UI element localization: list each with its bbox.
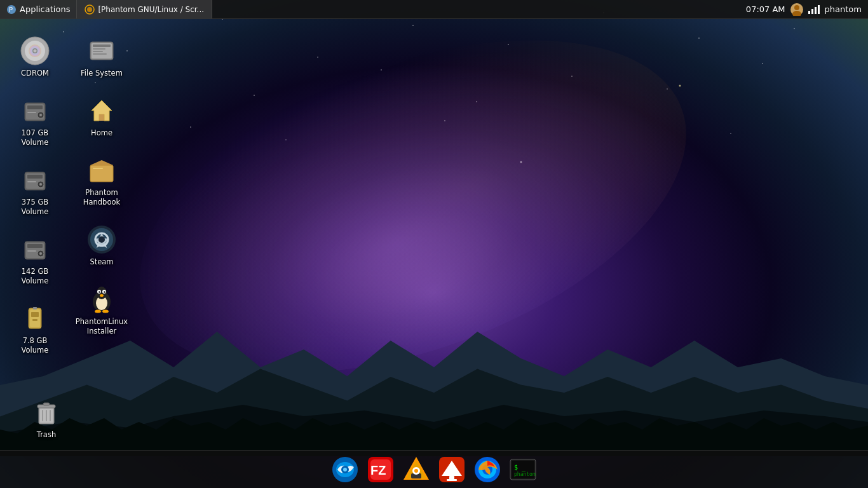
dock-firefox[interactable]	[472, 454, 503, 485]
dock-thunderbird[interactable]	[330, 454, 360, 485]
svg-point-4	[88, 8, 91, 11]
cdrom-icon-img	[20, 36, 50, 66]
user-avatar[interactable]	[790, 3, 803, 16]
thunderbird-icon	[331, 456, 359, 484]
svg-point-49	[98, 236, 105, 243]
107gb-icon-img	[20, 95, 50, 126]
375gb-icon-img	[20, 165, 50, 195]
svg-text:P: P	[9, 6, 13, 13]
svg-rect-66	[50, 410, 51, 421]
svg-point-16	[39, 114, 42, 116]
svg-marker-44	[90, 160, 113, 165]
phantomlinux-installer-icon-img	[86, 284, 117, 315]
142gb-icon[interactable]: 142 GBVolume	[6, 230, 64, 290]
svg-point-59	[102, 309, 109, 313]
svg-rect-45	[93, 168, 103, 169]
signal-bar-1	[808, 11, 810, 14]
svg-rect-42	[99, 114, 104, 121]
vlc-icon	[402, 456, 430, 484]
home-icon-img	[86, 95, 117, 126]
terminal-icon: $ _ phantom	[509, 456, 537, 484]
375gb-label: 375 GBVolume	[22, 198, 49, 217]
taskbar-right: 07:07 AM phantom	[740, 3, 868, 16]
trash-icon-img	[31, 397, 62, 428]
7gb-icon[interactable]: 7.8 GB Volume	[6, 299, 64, 359]
applications-label: Applications	[20, 4, 70, 14]
svg-point-28	[39, 252, 42, 255]
home-label: Home	[91, 128, 112, 138]
signal-bars	[808, 5, 820, 14]
svg-rect-43	[90, 165, 113, 182]
svg-rect-63	[43, 403, 50, 405]
142gb-label: 142 GBVolume	[22, 267, 49, 286]
svg-point-78	[414, 469, 418, 473]
steam-icon-img	[86, 224, 117, 255]
icon-column-1: CDROM 107 GBVolume	[6, 32, 64, 358]
svg-point-70	[343, 468, 347, 471]
107gb-icon[interactable]: 107 GBVolume	[6, 92, 64, 151]
filesystem-icon[interactable]: File System	[73, 32, 130, 82]
steam-icon[interactable]: Steam	[73, 220, 130, 271]
window-tab-icon	[85, 4, 95, 15]
phantomlinux-installer-icon[interactable]: PhantomLinuxInstaller	[73, 280, 130, 340]
svg-rect-39	[93, 51, 103, 52]
dock-installer[interactable]	[437, 454, 467, 485]
svg-point-56	[104, 291, 105, 293]
svg-rect-40	[93, 53, 107, 55]
open-window-tab[interactable]: [Phantom GNU/Linux / Scr...	[76, 0, 212, 18]
applications-menu[interactable]: P Applications	[0, 0, 76, 18]
svg-point-57	[100, 294, 104, 297]
svg-rect-26	[27, 244, 43, 248]
taskbar-time: 07:07 AM	[746, 4, 785, 14]
icon-column-2: File System Home	[73, 32, 130, 358]
signal-bar-2	[811, 9, 813, 14]
svg-point-58	[95, 309, 101, 313]
cdrom-label: CDROM	[21, 69, 49, 78]
phantom-handbook-icon[interactable]: PhantomHandbook	[73, 151, 130, 211]
107gb-label: 107 GBVolume	[22, 128, 49, 147]
filesystem-label: File System	[81, 69, 123, 78]
filesystem-icon-img	[86, 36, 117, 66]
svg-text:FZ: FZ	[370, 463, 386, 477]
dock-icons: FZ	[330, 454, 538, 485]
svg-point-55	[98, 291, 100, 293]
svg-text:phantom: phantom	[514, 471, 536, 477]
applications-icon: P	[6, 4, 17, 15]
desktop-icons-area: CDROM 107 GBVolume	[0, 25, 178, 365]
svg-rect-37	[93, 44, 111, 47]
svg-rect-33	[32, 319, 37, 321]
trash-desktop-icon[interactable]: Trash	[18, 393, 75, 444]
steam-label: Steam	[90, 257, 113, 267]
installer-icon	[438, 456, 466, 484]
svg-point-22	[39, 183, 42, 186]
trash-icon-inner[interactable]: Trash	[18, 393, 75, 444]
svg-rect-34	[33, 307, 37, 309]
svg-point-6	[792, 11, 801, 16]
cdrom-icon[interactable]: CDROM	[6, 32, 64, 82]
svg-rect-32	[31, 312, 39, 317]
svg-rect-65	[46, 410, 47, 421]
home-icon[interactable]: Home	[73, 92, 130, 142]
svg-point-5	[794, 5, 799, 10]
7gb-icon-img	[20, 303, 50, 334]
svg-rect-17	[27, 112, 36, 113]
dock-vlc[interactable]	[401, 454, 431, 485]
svg-rect-64	[42, 410, 43, 421]
dock-terminal[interactable]: $ _ phantom	[508, 454, 538, 485]
dock: FZ	[0, 450, 868, 488]
phantom-handbook-label: PhantomHandbook	[83, 188, 120, 207]
dock-filezilla[interactable]: FZ	[365, 454, 396, 485]
icons-wrapper: CDROM 107 GBVolume	[6, 32, 137, 358]
window-tab-label: [Phantom GNU/Linux / Scr...	[98, 5, 204, 14]
filezilla-icon: FZ	[367, 456, 395, 484]
svg-point-11	[34, 50, 37, 53]
svg-rect-38	[93, 48, 105, 50]
firefox-icon	[473, 456, 501, 484]
phantomlinux-installer-label: PhantomLinuxInstaller	[76, 317, 128, 336]
375gb-icon[interactable]: 375 GBVolume	[6, 161, 64, 220]
7gb-label: 7.8 GB Volume	[9, 336, 61, 355]
svg-rect-23	[27, 181, 36, 182]
taskbar: P Applications [Phantom GNU/Linux / Scr.…	[0, 0, 868, 19]
signal-bar-3	[815, 7, 817, 14]
phantom-handbook-icon-img	[86, 155, 117, 186]
